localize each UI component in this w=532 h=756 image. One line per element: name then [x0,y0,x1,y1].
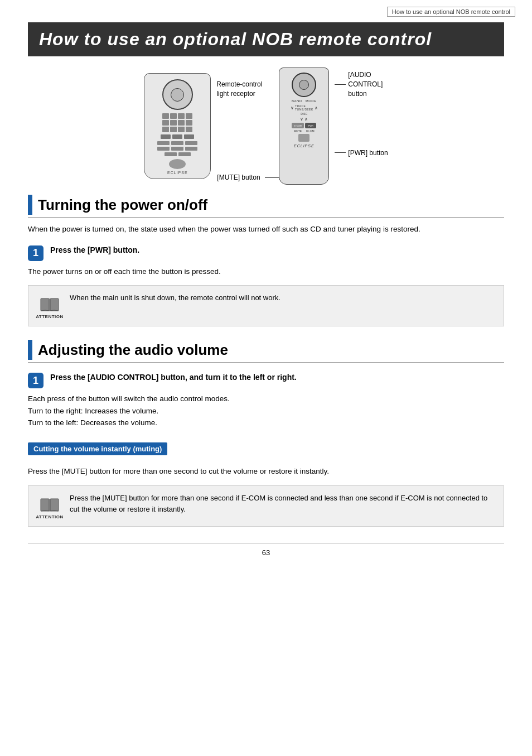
audio-attention-icon: ATTENTION [36,493,63,519]
page-number: 63 [262,548,270,557]
audio-section-bar [28,340,32,360]
audio-attention-text: Press the [MUTE] button for more than on… [70,493,496,516]
title-banner: How to use an optional NOB remote contro… [28,22,504,56]
power-step1-row: 1 Press the [PWR] button. [28,244,504,261]
power-attention-box: ATTENTION When the main unit is shut dow… [28,285,504,326]
right-labels: [AUDIOCONTROL]button [PWR] button [335,68,388,185]
disc-label: DISC [301,112,307,115]
power-section-bar [28,195,32,215]
svg-rect-0 [41,298,49,311]
eclipse-brand-label: ECLIPSE [294,144,315,148]
power-heading-text: Turning the power on/off [38,196,207,214]
band-label: BAND [292,99,302,103]
book-icon [40,296,60,313]
play-down-btn: ∨ [300,117,303,122]
power-step1-text: Press the [PWR] button. [50,244,139,256]
car-unit-illustration: ECLIPSE [144,73,211,179]
mute-label-diagram: MUTE [294,129,302,133]
tune-down-btn: ∨ [291,105,294,110]
page-title: How to use an optional NOB remote contro… [39,29,493,50]
attention-label-2: ATTENTION [36,514,64,519]
power-step1-num: 1 [28,245,43,261]
audio-step1-text: Press the [AUDIO CONTROL] button, and tu… [50,372,297,383]
power-step1-sub: The power turns on or off each time the … [28,266,504,278]
audio-control-text: [AUDIOCONTROL]button [348,70,383,98]
svg-rect-3 [41,499,49,511]
power-attention-text: When the main unit is shut down, the rem… [70,292,280,304]
illum-label-diagram: ILLUM [306,129,315,133]
power-body: When the power is turned on, the state u… [28,223,504,235]
mode-label: MODE [306,99,317,103]
pwr-label-text: [PWR] button [348,149,388,157]
breadcrumb: How to use an optional NOB remote contro… [387,7,515,17]
unit-brand-label: ECLIPSE [167,171,188,175]
pwr-label: [PWR] button [335,149,388,157]
svg-rect-1 [50,298,59,311]
book-icon-2 [40,497,60,513]
audio-step1-num: 1 [28,373,43,388]
ecom-button: E·COM [292,123,304,128]
audio-line [335,84,346,85]
remote-control-light-label: Remote-controllight receptor [216,80,262,99]
audio-heading-text: Adjusting the audio volume [38,341,228,359]
illum-icon [298,134,309,142]
svg-rect-4 [50,499,59,511]
attention-label-1: ATTENTION [36,314,64,319]
tune-up-btn: ∧ [315,105,318,110]
audio-step1-row: 1 Press the [AUDIO CONTROL] button, and … [28,372,504,388]
remote-control-illustration: BAND MODE ∨ TRACETUNE/SEEK ∧ DISC ∨ ∧ [279,68,329,185]
muting-body: Press the [MUTE] button for more than on… [28,465,504,478]
audio-control-label: [AUDIOCONTROL]button [335,70,388,98]
audio-section-heading: Adjusting the audio volume [28,340,504,363]
car-unit-diagram: ECLIPSE Remote-controllight receptor [144,73,262,179]
audio-sub1: Each press of the button will switch the… [28,393,504,405]
pwr-button: PWR [305,123,316,128]
audio-attention-box: ATTENTION Press the [MUTE] button for mo… [28,485,504,527]
play-up-btn: ∧ [304,117,308,122]
audio-sub3: Turn to the left: Decreases the volume. [28,417,504,429]
muting-banner: Cutting the volume instantly (muting) [28,442,167,455]
power-attention-icon: ATTENTION [36,292,63,319]
audio-sub-body: Each press of the button will switch the… [28,393,504,429]
audio-sub2: Turn to the right: Increases the volume. [28,405,504,417]
diagram-section: ECLIPSE Remote-controllight receptor BAN… [28,68,504,185]
page-footer: 63 [28,543,504,557]
power-section-heading: Turning the power on/off [28,195,504,218]
tune-label: TRACETUNE/SEEK [295,104,313,111]
remote-control-group: BAND MODE ∨ TRACETUNE/SEEK ∧ DISC ∨ ∧ [279,68,388,185]
pwr-line [335,152,346,153]
